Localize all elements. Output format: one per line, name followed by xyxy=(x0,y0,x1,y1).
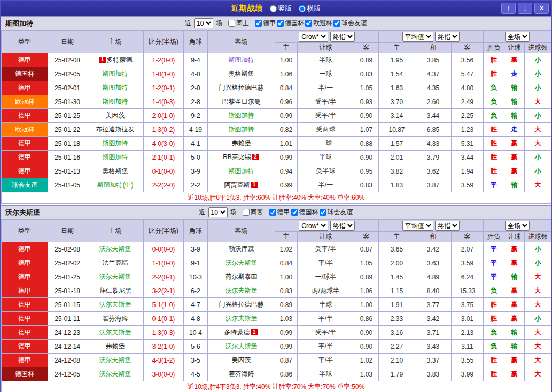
team-link[interactable]: 沃尔夫斯堡 xyxy=(226,342,258,350)
up-arrow-icon: ↑ xyxy=(507,4,510,12)
competition-checkbox-input[interactable] xyxy=(291,209,298,216)
handicap-result: 输 xyxy=(504,270,525,284)
result-scope-select[interactable]: 全场 xyxy=(505,221,530,231)
layout-radio-horizontal[interactable]: 横版 xyxy=(299,4,321,13)
match-row: 德甲25-01-18拜仁慕尼黑3-2(2-1)6-2沃尔夫斯堡0.83两/两球半… xyxy=(2,284,551,298)
team-link[interactable]: 门兴格拉德巴赫 xyxy=(219,301,264,308)
team-link[interactable]: 奥格斯堡 xyxy=(229,70,254,77)
competition-checkbox-input[interactable] xyxy=(269,209,276,216)
team-link[interactable]: 霍芬海姆 xyxy=(229,370,254,378)
competition-checkbox-input[interactable] xyxy=(320,209,326,216)
subcol-crown-away: 客 xyxy=(354,232,379,242)
crown-odds-handicap: 一/球半 xyxy=(298,270,354,284)
team-link[interactable]: 斯图加特(中) xyxy=(97,181,134,189)
vertical-radio-input[interactable] xyxy=(270,5,277,12)
team-link[interactable]: 巴黎圣日尔曼 xyxy=(222,98,261,105)
competition-checkbox[interactable]: 德甲 xyxy=(255,19,276,28)
move-up-button[interactable]: ↑ xyxy=(501,3,516,14)
team-link[interactable]: RB莱比锡 xyxy=(223,153,251,161)
same-venue-checkbox-input[interactable] xyxy=(243,209,250,216)
avg-source-select[interactable]: 平均值 xyxy=(402,32,433,42)
match-count-select[interactable]: 10 xyxy=(194,18,213,28)
crown-odds-handicap: 半球 xyxy=(298,367,354,381)
window-buttons: ↑ ↓ × xyxy=(501,3,549,14)
team-link[interactable]: 弗赖堡 xyxy=(106,342,125,350)
team-link[interactable]: 斯图加特 xyxy=(229,56,254,64)
close-button[interactable]: × xyxy=(534,3,549,14)
team-link[interactable]: 奥格斯堡 xyxy=(103,167,128,175)
competition-checkbox[interactable]: 德甲 xyxy=(269,208,290,217)
team-link[interactable]: 斯图加特 xyxy=(229,112,254,119)
move-down-button[interactable]: ↓ xyxy=(518,3,532,14)
match-date: 24-12-23 xyxy=(48,326,87,340)
team-link[interactable]: 沃尔夫斯堡 xyxy=(226,315,258,322)
handicap-result: 赢 xyxy=(504,242,525,256)
result-scope-select[interactable]: 全场 xyxy=(505,32,530,42)
team-link[interactable]: 多特蒙德 xyxy=(224,328,250,336)
crown-stage-select[interactable]: 终指 xyxy=(330,32,355,42)
avg-stage-select[interactable]: 终指 xyxy=(435,32,460,42)
team-link[interactable]: 沃尔夫斯堡 xyxy=(99,245,131,253)
competition-checkbox-input[interactable] xyxy=(305,20,312,27)
team-link[interactable]: 斯图加特 xyxy=(103,153,128,161)
subcol-crown-home: 主 xyxy=(275,232,298,242)
match-score: 0-0(0-0) xyxy=(144,242,184,256)
avg-stage-select[interactable]: 终指 xyxy=(435,221,460,231)
team-link[interactable]: 沃尔夫斯堡 xyxy=(99,356,131,364)
competition-checkbox[interactable]: 球会友谊 xyxy=(320,208,353,217)
team-link[interactable]: 沃尔夫斯堡 xyxy=(226,287,258,294)
bookmaker-select[interactable]: Crow* xyxy=(299,221,328,231)
competition-checkbox[interactable]: 球会友谊 xyxy=(333,19,367,28)
same-venue-checkbox[interactable]: 同主 xyxy=(228,19,249,28)
team-link[interactable]: 霍芬海姆 xyxy=(103,315,128,322)
win-loss-result: 胜 xyxy=(484,298,504,312)
team-link[interactable]: 斯图加特 xyxy=(103,139,128,147)
team-link[interactable]: 阿贾克斯 xyxy=(224,181,250,189)
same-venue-checkbox[interactable]: 同客 xyxy=(243,208,263,217)
team-link[interactable]: 法兰克福 xyxy=(103,259,128,266)
corners-score: 4-0 xyxy=(184,67,208,81)
team-link[interactable]: 沃尔夫斯堡 xyxy=(99,301,131,308)
avg-odds-away: 3.56 xyxy=(452,53,484,67)
team-link[interactable]: 布拉迪斯拉发 xyxy=(96,126,135,133)
competition-checkbox-input[interactable] xyxy=(255,20,262,27)
competition-checkbox[interactable]: 德国杯 xyxy=(291,208,318,217)
team-link[interactable]: 斯图加特 xyxy=(103,70,128,77)
team-link[interactable]: 荷尔斯泰因 xyxy=(226,273,258,280)
team-link[interactable]: 美因茨 xyxy=(106,112,125,119)
team-link[interactable]: 门兴格拉德巴赫 xyxy=(219,84,264,91)
horizontal-radio-input[interactable] xyxy=(299,5,306,12)
competition-checkbox-input[interactable] xyxy=(277,20,284,27)
goals-result: 大 xyxy=(525,340,551,354)
team-link[interactable]: 弗赖堡 xyxy=(232,139,251,147)
avg-odds-draw: 4.33 xyxy=(415,137,452,151)
layout-radio-vertical[interactable]: 竖版 xyxy=(270,4,292,13)
match-count-select[interactable]: 10 xyxy=(208,207,228,217)
competition-checkbox-input[interactable] xyxy=(333,20,340,27)
team-link[interactable]: 沃尔夫斯堡 xyxy=(99,273,131,280)
team-link[interactable]: 斯图加特 xyxy=(103,84,128,91)
team-link[interactable]: 斯图加特 xyxy=(229,126,254,133)
crown-stage-select[interactable]: 终指 xyxy=(330,221,355,231)
team-link[interactable]: 沃尔夫斯堡 xyxy=(99,328,131,336)
competition-checkbox[interactable]: 德国杯 xyxy=(277,19,304,28)
avg-source-select[interactable]: 平均值 xyxy=(402,221,433,231)
competition-checkbox[interactable]: 欧冠杯 xyxy=(305,19,332,28)
home-team-cell: 布拉迪斯拉发 xyxy=(87,123,144,137)
team-link[interactable]: 拜仁慕尼黑 xyxy=(99,287,131,294)
team-link[interactable]: 多特蒙德 xyxy=(107,56,133,64)
team-link[interactable]: 斯图加特 xyxy=(103,98,128,105)
team-link[interactable]: 美因茨 xyxy=(232,356,251,364)
crown-odds-home: 0.99 xyxy=(275,151,298,164)
team-link[interactable]: 沃尔夫斯堡 xyxy=(226,259,258,266)
match-score: 1-3(0-3) xyxy=(144,326,184,340)
handicap-result: 走 xyxy=(504,67,525,81)
team-link[interactable]: 斯图加特 xyxy=(229,167,254,175)
team-link[interactable]: 勒沃库森 xyxy=(229,245,254,253)
avg-odds-away: 1.23 xyxy=(452,123,484,137)
team-link[interactable]: 沃尔夫斯堡 xyxy=(99,370,131,378)
bookmaker-select[interactable]: Crow* xyxy=(299,32,328,42)
same-venue-checkbox-input[interactable] xyxy=(228,20,235,27)
league-badge: 球会友谊 xyxy=(2,178,48,192)
away-team-cell: 弗赖堡 xyxy=(208,137,275,151)
